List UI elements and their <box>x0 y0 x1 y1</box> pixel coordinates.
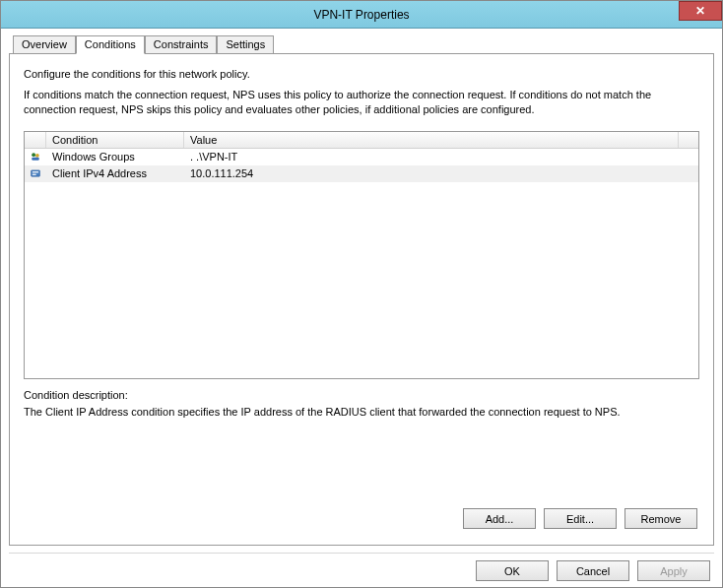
add-button-label: Add... <box>486 513 514 525</box>
close-icon: ✕ <box>695 4 705 18</box>
tab-overview[interactable]: Overview <box>13 35 76 54</box>
tab-overview-label: Overview <box>22 38 67 50</box>
window-title: VPN-IT Properties <box>313 8 409 22</box>
header-condition[interactable]: Condition <box>46 132 184 148</box>
svg-rect-2 <box>32 158 39 161</box>
intro-text-2: If conditions match the connection reque… <box>24 88 699 117</box>
header-end <box>679 132 698 148</box>
svg-point-1 <box>35 154 39 158</box>
apply-button[interactable]: Apply <box>637 560 710 581</box>
client-area: Overview Conditions Constraints Settings… <box>1 29 722 546</box>
conditions-listview[interactable]: Condition Value Windows Groups . .\VPN-I… <box>24 131 699 379</box>
table-row[interactable]: Client IPv4 Address 10.0.111.254 <box>25 165 698 182</box>
table-row[interactable]: Windows Groups . .\VPN-IT <box>25 149 698 165</box>
tab-panel-conditions: Configure the conditions for this networ… <box>9 53 714 546</box>
tab-conditions-label: Conditions <box>85 38 136 50</box>
dialog-buttons: OK Cancel Apply <box>476 560 710 581</box>
edit-button[interactable]: Edit... <box>544 508 617 529</box>
intro-text-1: Configure the conditions for this networ… <box>24 68 699 80</box>
remove-button[interactable]: Remove <box>624 508 697 529</box>
tab-constraints[interactable]: Constraints <box>145 35 218 54</box>
cancel-button[interactable]: Cancel <box>557 560 629 581</box>
apply-button-label: Apply <box>660 565 688 577</box>
ok-button-label: OK <box>504 565 520 577</box>
close-button[interactable]: ✕ <box>679 1 722 21</box>
tab-conditions[interactable]: Conditions <box>76 35 145 54</box>
description-text: The Client IP Address condition specifie… <box>24 405 699 420</box>
edit-button-label: Edit... <box>566 513 594 525</box>
svg-rect-5 <box>33 174 36 175</box>
svg-point-0 <box>32 153 35 157</box>
row-condition: Windows Groups <box>46 151 184 163</box>
row-value: 10.0.111.254 <box>184 167 698 179</box>
divider <box>9 553 714 554</box>
condition-buttons: Add... Edit... Remove <box>463 508 697 529</box>
listview-header: Condition Value <box>25 132 698 149</box>
titlebar[interactable]: VPN-IT Properties ✕ <box>1 1 722 29</box>
svg-rect-4 <box>33 171 38 172</box>
remove-button-label: Remove <box>641 513 682 525</box>
add-button[interactable]: Add... <box>463 508 536 529</box>
tab-settings-label: Settings <box>226 38 265 50</box>
group-icon <box>25 150 46 163</box>
ok-button[interactable]: OK <box>476 560 549 581</box>
description-label: Condition description: <box>24 389 699 401</box>
row-condition: Client IPv4 Address <box>46 167 184 179</box>
tab-constraints-label: Constraints <box>154 38 209 50</box>
ip-icon <box>25 166 46 180</box>
svg-rect-3 <box>32 170 40 176</box>
header-icon-col[interactable] <box>25 132 46 148</box>
cancel-button-label: Cancel <box>576 565 610 577</box>
properties-window: VPN-IT Properties ✕ Overview Conditions … <box>0 0 723 588</box>
header-value[interactable]: Value <box>184 132 679 148</box>
tab-strip: Overview Conditions Constraints Settings <box>13 35 714 54</box>
row-value: . .\VPN-IT <box>184 151 698 163</box>
tab-settings[interactable]: Settings <box>217 35 274 54</box>
